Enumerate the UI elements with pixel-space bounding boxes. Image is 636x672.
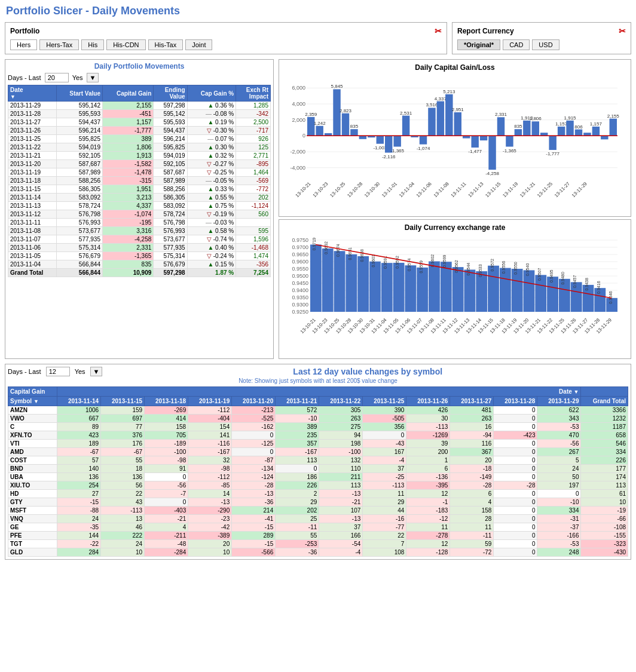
symbol-value: 235 [276, 431, 319, 440]
chip-his-cdn[interactable]: His-CDN [106, 39, 145, 50]
currency-original[interactable]: *Original* [457, 39, 500, 50]
symbol-value: 284 [57, 548, 101, 557]
symbol-value: -7 [145, 490, 188, 498]
symbol-name: PFE [8, 532, 57, 540]
symbol-value: -15 [57, 498, 101, 507]
svg-rect-115 [310, 244, 322, 312]
symbol-value: 158 [145, 423, 188, 431]
svg-rect-23 [359, 136, 366, 139]
symbol-value: -48 [145, 540, 188, 548]
symbol-value: 546 [581, 440, 628, 448]
list-item: XIU.TO25456-56-85-28226113-113-395-28-28… [8, 481, 628, 490]
svg-text:6,000: 6,000 [292, 85, 305, 91]
svg-rect-14 [316, 126, 323, 136]
svg-text:1,157: 1,157 [555, 121, 568, 127]
svg-rect-21 [350, 129, 357, 136]
svg-rect-25 [377, 136, 384, 143]
symbol-value: 61 [581, 490, 628, 498]
portfolio-pin-icon[interactable]: ✂ [435, 26, 442, 36]
symbol-value: -284 [145, 548, 188, 557]
svg-text:0.9400: 0.9400 [292, 287, 308, 293]
daily-filter-row: Days - Last Yes ▼ [8, 73, 271, 82]
symbol-value: -11 [276, 523, 319, 532]
symbol-value: 159 [101, 406, 145, 415]
svg-text:13-11-11: 13-11-11 [450, 181, 467, 198]
chip-his-tax[interactable]: His-Tax [148, 39, 184, 50]
currency-pin-icon[interactable]: ✂ [619, 26, 626, 36]
svg-text:0.9638: 0.9638 [360, 249, 364, 262]
svg-rect-56 [523, 121, 530, 136]
table-row: 2013-11-14 [8, 194, 57, 202]
svg-text:835: 835 [350, 124, 359, 129]
symbol-value: -37 [537, 523, 581, 532]
svg-rect-160 [488, 266, 499, 312]
symbol-value: 28 [450, 515, 494, 523]
symbol-value: -22 [57, 540, 101, 548]
symbol-value: -28 [450, 481, 494, 490]
chip-his[interactable]: His [81, 39, 104, 50]
symbol-value: 0 [494, 473, 537, 481]
symbol-value: 167 [363, 448, 406, 456]
daily-days-input[interactable] [45, 73, 69, 82]
svg-rect-163 [500, 268, 511, 312]
svg-rect-12 [307, 117, 314, 136]
svg-text:2,331: 2,331 [495, 112, 507, 117]
symbol-value: -430 [581, 548, 628, 557]
col-date-header: 2013-11-19 [188, 397, 232, 406]
svg-text:1,157: 1,157 [590, 121, 603, 127]
symbol-value: -1269 [406, 431, 450, 440]
list-item: HD2722-714-132-13111260061 [8, 490, 628, 498]
symbol-value: 6 [450, 490, 494, 498]
symbol-value: 158 [450, 507, 494, 515]
svg-text:0.9500: 0.9500 [292, 273, 308, 279]
svg-rect-166 [512, 269, 523, 312]
svg-text:0.9457: 0.9457 [573, 275, 577, 289]
table-row: 2013-11-05 [8, 252, 57, 260]
svg-rect-58 [532, 121, 539, 136]
bottom-days-input[interactable] [46, 367, 70, 376]
currency-chart-box: Daily Currency exchange rate 0.92500.930… [279, 219, 631, 359]
svg-text:13-11-29: 13-11-29 [571, 181, 588, 198]
col-date: Date▼ [8, 85, 57, 102]
currency-cad[interactable]: CAD [503, 39, 530, 50]
table-row: 2013-11-25 [8, 135, 57, 143]
chip-hers[interactable]: Hers [10, 39, 37, 50]
svg-text:4,337: 4,337 [435, 96, 447, 102]
symbol-value: 22 [101, 490, 145, 498]
symbol-value: 18 [101, 465, 145, 473]
svg-text:1,242: 1,242 [314, 121, 326, 126]
list-item: UBA1361360-112-124186211-25-136-14905017… [8, 473, 628, 481]
symbol-value: 176 [101, 440, 145, 448]
symbol-value: 0 [494, 498, 537, 507]
daily-filter-dropdown[interactable]: ▼ [87, 73, 99, 82]
symbol-value: 22 [363, 532, 406, 540]
svg-text:3,516: 3,516 [426, 102, 438, 108]
symbol-value: -404 [188, 415, 232, 423]
symbol-value: 50 [537, 473, 581, 481]
svg-text:0.9250: 0.9250 [292, 309, 308, 315]
symbol-value: 0 [494, 465, 537, 473]
symbol-value: -100 [145, 448, 188, 456]
symbol-value: 0 [494, 456, 537, 465]
currency-usd[interactable]: USD [532, 39, 559, 50]
svg-text:0.9559: 0.9559 [419, 260, 423, 274]
symbol-value: 10 [581, 498, 628, 507]
bottom-filter-dropdown[interactable]: ▼ [90, 367, 103, 376]
chip-joint[interactable]: Joint [185, 39, 212, 50]
daily-movements-panel: Daily Portfolio Movements Days - Last Ye… [5, 59, 274, 359]
symbol-table: Capital Gain Date ▼ Symbol ▼2013-11-1420… [8, 386, 628, 557]
chip-hers-tax[interactable]: Hers-Tax [39, 39, 79, 50]
svg-text:13-11-25: 13-11-25 [536, 181, 554, 198]
svg-text:0.9450: 0.9450 [292, 280, 308, 286]
svg-text:835: 835 [514, 124, 522, 129]
symbol-value: 59 [450, 540, 494, 548]
symbol-value: 24 [57, 515, 101, 523]
cg-total-header [581, 387, 628, 397]
svg-text:2,155: 2,155 [607, 113, 620, 119]
table-row: 2013-11-19 [8, 168, 57, 177]
svg-text:13-11-08: 13-11-08 [433, 181, 450, 198]
svg-text:0.9556: 0.9556 [502, 261, 506, 274]
symbol-value: 226 [276, 481, 319, 490]
symbol-value: 197 [537, 481, 581, 490]
svg-rect-52 [506, 136, 513, 146]
